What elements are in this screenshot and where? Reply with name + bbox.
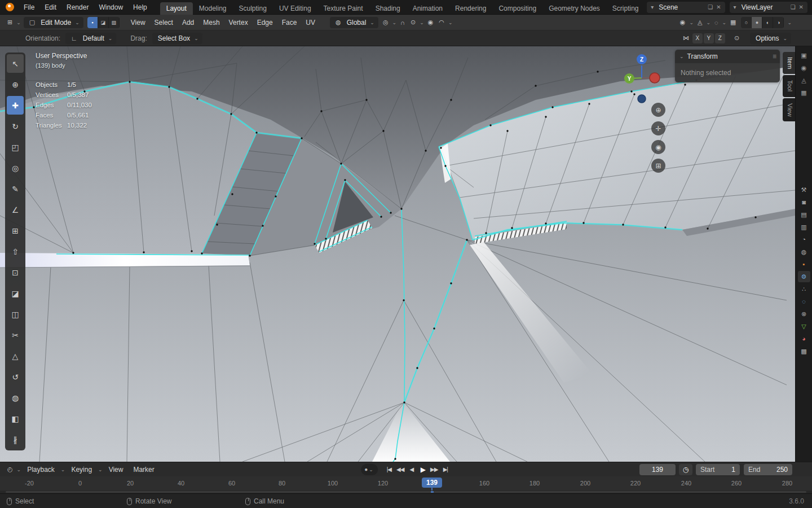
menu-mesh[interactable]: Mesh	[198, 15, 224, 30]
playback-caret-icon[interactable]: ⌄	[60, 467, 67, 472]
scene-selector[interactable]: ▾ Scene ❏ ✕	[647, 2, 725, 13]
tab-view[interactable]: View	[783, 98, 795, 122]
view-layer-unlink-icon[interactable]: ✕	[797, 4, 805, 10]
timeline-editor-icon[interactable]: ◴	[5, 466, 16, 473]
tab-physics[interactable]: ◌	[798, 296, 810, 307]
camera-view-icon[interactable]: ◉	[651, 140, 665, 154]
outliner-icon-1[interactable]: ▣	[798, 50, 810, 61]
current-frame-field[interactable]: 139	[639, 464, 676, 475]
workspace-tab-texture-paint[interactable]: Texture Paint	[317, 2, 369, 15]
menu-playback[interactable]: Playback	[22, 462, 60, 477]
tab-output[interactable]: ▤	[798, 209, 810, 220]
shading-caret-icon[interactable]: ⌄	[786, 20, 793, 25]
view-layer-dropdown-icon[interactable]: ▾	[732, 4, 738, 10]
use-preview-range-button[interactable]: ◷	[679, 464, 692, 475]
pivot-caret-icon[interactable]: ⌄	[391, 20, 398, 25]
view-layer-selector[interactable]: ▾ ViewLayer ❏ ✕	[730, 2, 807, 13]
jump-to-start-icon[interactable]: |◀	[383, 464, 395, 475]
spin-tool[interactable]: ↺	[7, 367, 24, 386]
navigation-gizmo[interactable]: Z Y	[616, 49, 668, 105]
mirror-x-button[interactable]: X	[692, 33, 703, 43]
snap-base-icon[interactable]: ⊙	[731, 34, 742, 42]
panel-menu-icon[interactable]: ≡	[773, 52, 776, 60]
play-icon[interactable]: ▶	[417, 464, 429, 475]
tab-item[interactable]: Item	[783, 52, 795, 74]
tab-world[interactable]: ◍	[798, 246, 810, 257]
auto-key-caret-icon[interactable]: ⌄	[368, 467, 374, 472]
workspace-tab-sculpting[interactable]: Sculpting	[233, 2, 273, 15]
mirror-z-button[interactable]: Z	[715, 33, 725, 43]
workspace-tab-shading[interactable]: Shading	[369, 2, 407, 15]
outliner-icon-2[interactable]: ◉	[798, 62, 810, 73]
next-keyframe-icon[interactable]: ▶▶	[429, 464, 440, 475]
tab-texture[interactable]: ▩	[798, 345, 810, 357]
keying-caret-icon[interactable]: ⌄	[97, 467, 104, 472]
scene-unlink-icon[interactable]: ✕	[714, 4, 722, 10]
scene-copy-icon[interactable]: ❏	[706, 4, 714, 10]
tab-view-layer[interactable]: ▥	[798, 221, 810, 233]
loop-cut-tool[interactable]: ◫	[7, 305, 24, 323]
panel-collapse-icon[interactable]: ⌄	[678, 54, 685, 59]
perspective-icon[interactable]: ⊞	[651, 159, 665, 173]
scene-name[interactable]: Scene	[655, 3, 706, 11]
gizmos-caret-icon[interactable]: ⌄	[705, 20, 712, 25]
3d-viewport[interactable]: User Perspective (139) body Objects1/5 V…	[0, 46, 795, 462]
smooth-tool[interactable]: ◍	[7, 388, 24, 407]
play-reverse-icon[interactable]: ◀	[406, 464, 417, 475]
scene-dropdown-icon[interactable]: ▾	[649, 4, 655, 10]
drag-mode-dropdown[interactable]: Select Box ⌄	[152, 33, 202, 44]
frame-start-field[interactable]: Start 1	[696, 464, 740, 475]
face-select-button[interactable]: ▧	[109, 17, 120, 28]
transform-panel-header[interactable]: ⌄ Transform ≡	[675, 50, 780, 63]
tab-particles[interactable]: ∴	[798, 283, 810, 295]
menu-file[interactable]: File	[19, 0, 39, 15]
workspace-tab-scripting[interactable]: Scripting	[606, 2, 645, 15]
rip-region-tool[interactable]: ∦	[7, 430, 24, 449]
snap-magnet-icon[interactable]: ∩	[398, 19, 408, 26]
bevel-tool[interactable]: ◪	[7, 284, 24, 303]
extrude-region-tool[interactable]: ⇧	[7, 242, 24, 261]
object-visibility-icon[interactable]: ◉	[677, 19, 689, 26]
overlays-toggle-icon[interactable]: ◌	[712, 19, 721, 26]
snap-target-icon[interactable]: ⊙	[408, 19, 418, 26]
workspace-tab-geometry-nodes[interactable]: Geometry Nodes	[542, 2, 606, 15]
select-box-tool[interactable]: ↖	[7, 54, 24, 73]
workspace-tab-rendering[interactable]: Rendering	[449, 2, 492, 15]
poly-build-tool[interactable]: △	[7, 347, 24, 365]
timeline-ruler[interactable]: -20 0 20 40 60 80 100 120 160 180 200 22…	[0, 476, 812, 493]
workspace-tab-uv-editing[interactable]: UV Editing	[273, 2, 317, 15]
viewport-canvas[interactable]	[0, 46, 795, 462]
proportional-editing-icon[interactable]: ◉	[425, 19, 436, 26]
menu-edit[interactable]: Edit	[39, 0, 61, 15]
menu-render[interactable]: Render	[61, 0, 94, 15]
material-shading-button[interactable]: ◐	[762, 17, 773, 28]
workspace-tab-compositing[interactable]: Compositing	[492, 2, 542, 15]
tab-object-data[interactable]: ▽	[798, 321, 810, 332]
tab-tool[interactable]: Tool	[783, 75, 795, 97]
editor-type-caret-icon[interactable]: ⌄	[15, 20, 22, 25]
overlays-caret-icon[interactable]: ⌄	[721, 20, 728, 25]
menu-uv[interactable]: UV	[301, 15, 320, 30]
tab-material[interactable]: ◕	[798, 333, 810, 344]
tab-render[interactable]: ◙	[798, 196, 810, 208]
outliner-icon-3[interactable]: ◬	[798, 75, 810, 86]
scale-tool[interactable]: ◰	[7, 138, 24, 156]
playhead-badge[interactable]: 139	[422, 478, 442, 488]
editor-type-icon[interactable]: ⊞	[5, 19, 15, 26]
tab-scene[interactable]: ◔	[798, 234, 810, 245]
gizmo-x-axis[interactable]	[650, 73, 660, 83]
tab-active-tool[interactable]: ⚒	[798, 184, 810, 195]
move-tool[interactable]: ✚	[7, 96, 24, 115]
timeline-editor-caret-icon[interactable]: ⌄	[16, 467, 23, 472]
pan-icon[interactable]: ✛	[651, 121, 665, 135]
menu-help[interactable]: Help	[128, 0, 152, 15]
menu-select[interactable]: Select	[150, 15, 178, 30]
menu-add[interactable]: Add	[178, 15, 198, 30]
falloff-icon[interactable]: ◠	[436, 19, 447, 26]
visibility-caret-icon[interactable]: ⌄	[688, 20, 695, 25]
edge-select-button[interactable]: ◪	[98, 17, 109, 28]
mirror-y-button[interactable]: Y	[704, 33, 714, 43]
gizmo-neg-z-axis[interactable]	[638, 95, 646, 103]
menu-vertex[interactable]: Vertex	[224, 15, 253, 30]
options-dropdown[interactable]: Options ⌄	[750, 33, 791, 44]
